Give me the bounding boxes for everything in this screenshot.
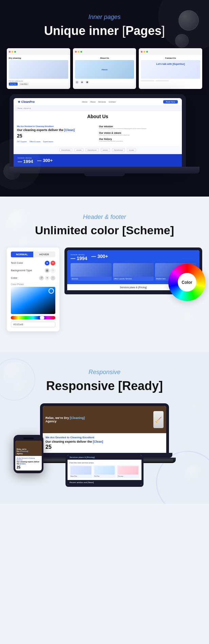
- color-ctrl-refresh[interactable]: ↺: [39, 276, 44, 280]
- service-card-img-2: [113, 263, 154, 277]
- card-header: [7, 48, 70, 55]
- color-ctrl-plus[interactable]: +: [45, 276, 50, 280]
- phone-hero-line3: Agency: [17, 453, 23, 455]
- tablet-card-img: [71, 466, 91, 475]
- spectrum-thumb[interactable]: [40, 315, 44, 320]
- window-dot-yellow: [12, 51, 13, 53]
- laptop-mockup: ★ CleanPro Home About Services Contact B…: [7, 94, 202, 176]
- tablet-card-1: Basic Plan: [70, 465, 92, 478]
- color-laptop-mockup: Domestic cleaning — 1994 — 300+ Services: [64, 247, 202, 294]
- nav-link-about[interactable]: About: [90, 101, 96, 103]
- color-ctrl-edit[interactable]: ✏: [51, 261, 55, 265]
- decorative-bubble: [3, 362, 27, 386]
- hero-illustration: 🧹: [153, 411, 164, 428]
- about-title-bar: About Us: [14, 111, 182, 122]
- decorative-bubble: [14, 379, 29, 394]
- color-stat-2: — 300+: [91, 254, 108, 261]
- resp-tablet-mockup: Services plans & [Pricing] Find the best…: [65, 453, 144, 487]
- tablet-card-label: Pro Plan: [94, 475, 115, 477]
- resp-phone-mockup: Relax, we're Dry [Cleaning] Agency We Ar…: [14, 435, 43, 473]
- service-card-2: Office Laundry Services: [113, 263, 154, 281]
- resp-about-section: We Are Devoted to Cleaning Excellent Our…: [43, 433, 166, 453]
- color-spectrum-bar[interactable]: [11, 316, 55, 319]
- nav-link-contact[interactable]: Contact: [109, 101, 116, 103]
- color-hex-value[interactable]: #01f1e8: [11, 321, 55, 327]
- about-stat-num: 25: [17, 133, 96, 139]
- tab-hover[interactable]: HOVER: [33, 252, 56, 257]
- color-wheel-container: Color: [168, 264, 206, 301]
- responsive-section: Responsive Responsive [Ready] 🧹 Relax, w: [0, 352, 209, 504]
- about-main-heading: Our cleaning experts deliver the [Clean]: [17, 128, 96, 132]
- inner-pages-section: Inner pages Unique inner [Pages] Dry cle…: [0, 0, 209, 197]
- resp-about-num: 25: [45, 444, 164, 450]
- vision-block: Our vision & values Lorem ipsum dolor si…: [99, 132, 178, 136]
- about-right-col: Our mission Lorem ipsum dolor sit amet, …: [99, 125, 178, 143]
- history-block: Our history Lorem ipsum dolor sit amet c…: [99, 138, 178, 142]
- partner-logos-bar: themeforest envato themeforest envato th…: [14, 146, 182, 154]
- stat-item-1: Domestic cleaning — 1994: [18, 157, 33, 164]
- color-picker-panel[interactable]: NORMAL HOVER Text Color ● ✏ Background T…: [7, 247, 59, 331]
- resp-hero-section: 🧹 Relax, we're Dry [Cleaning] Agency: [43, 406, 166, 433]
- screenshot-card-contact: Contact Us Let's talk with [Expertise]: [139, 48, 202, 89]
- decorative-bubble: [175, 34, 189, 48]
- section1-label: Inner pages: [7, 14, 202, 21]
- icon-placeholder: ◉: [85, 80, 89, 84]
- feature-offers: Offers & saves: [30, 141, 41, 143]
- icon-placeholder: ◈: [80, 80, 84, 84]
- tablet-content-text: Find the best service plans: [70, 462, 139, 464]
- color-label: Color: [11, 276, 17, 279]
- text-color-controls: ● ✏: [45, 261, 55, 265]
- card-image-about: About: [75, 60, 134, 79]
- color-ctrl-circle[interactable]: ●: [45, 261, 50, 265]
- phone-about-heading: Our cleaning experts deliver the [Clean]: [17, 461, 40, 465]
- window-dot-green: [80, 51, 82, 53]
- nav-cta-button[interactable]: Book Now: [163, 100, 178, 104]
- background-type-row: Background Type ▦ □: [11, 268, 55, 273]
- phone-about-label: We Are Devoted to Cleaning Excellent: [17, 457, 40, 461]
- card-title: About Us: [75, 57, 134, 59]
- tablet-card-2: Pro Plan: [93, 465, 116, 478]
- tablet-card-label: Basic Plan: [71, 475, 91, 477]
- hero-agency: Agency: [45, 420, 85, 423]
- vision-text: Lorem ipsum dolor sit amet consectetur a…: [99, 134, 178, 136]
- phone-content-area: We Are Devoted to Cleaning Excellent Our…: [15, 456, 42, 471]
- nav-link-services[interactable]: Services: [98, 101, 106, 103]
- nav-link-home[interactable]: Home: [82, 101, 88, 103]
- tablet-card-img: [94, 466, 115, 475]
- color-wheel: Color: [168, 264, 206, 301]
- about-sub-label: We Are Devoted to Cleaning Excellent: [17, 125, 96, 127]
- section3-label: Responsive: [7, 369, 202, 376]
- color-ctrl-minus[interactable]: −: [51, 276, 55, 280]
- about-page-title: About Us: [16, 114, 179, 119]
- contact-items: [141, 80, 200, 81]
- tablet-card-img: [118, 466, 138, 475]
- card-text: Fast and quality service: [9, 80, 68, 82]
- about-content-area: We Are Devoted to Cleaning Excellent Our…: [14, 122, 182, 146]
- tab-normal[interactable]: NORMAL: [11, 252, 33, 257]
- bg-ctrl-square[interactable]: □: [51, 268, 55, 273]
- service-card-img-1: [71, 263, 112, 277]
- history-text: Lorem ipsum dolor sit amet consectetur.: [99, 140, 178, 142]
- resp-phone-screen: Relax, we're Dry [Cleaning] Agency We Ar…: [15, 441, 42, 471]
- window-dot-yellow: [78, 51, 79, 53]
- section2-title: Unlimited color [Scheme]: [7, 223, 202, 237]
- card-btn-2[interactable]: Learn More: [19, 82, 28, 86]
- about-us-screen: ★ CleanPro Home About Services Contact B…: [14, 98, 182, 167]
- card-image-dry: [9, 60, 68, 79]
- card-btn-1[interactable]: Book Now: [9, 82, 18, 86]
- bg-ctrl-grid[interactable]: ▦: [45, 268, 50, 273]
- window-dot-yellow: [144, 51, 145, 53]
- section3-title: Responsive [Ready]: [7, 379, 202, 393]
- phone-notch: [23, 438, 34, 439]
- card-image-contact: Let's talk with [Expertise]: [141, 60, 200, 79]
- color-picker-label: Color Picker: [11, 283, 55, 286]
- resp-about-sub-label: We Are Devoted to Cleaning Excellent: [45, 436, 164, 439]
- service-card-label-1: Services: [71, 277, 112, 281]
- window-dot-red: [141, 51, 142, 53]
- about-img-text: About: [100, 67, 109, 72]
- mission-text: Lorem ipsum dolor sit amet, consectetur …: [99, 128, 178, 130]
- logo-themeforest-3: themeforest: [112, 148, 125, 152]
- color-gradient-picker[interactable]: [11, 287, 55, 314]
- feature-expert: Expert teams: [43, 141, 53, 143]
- service-card-1: Services: [71, 263, 112, 281]
